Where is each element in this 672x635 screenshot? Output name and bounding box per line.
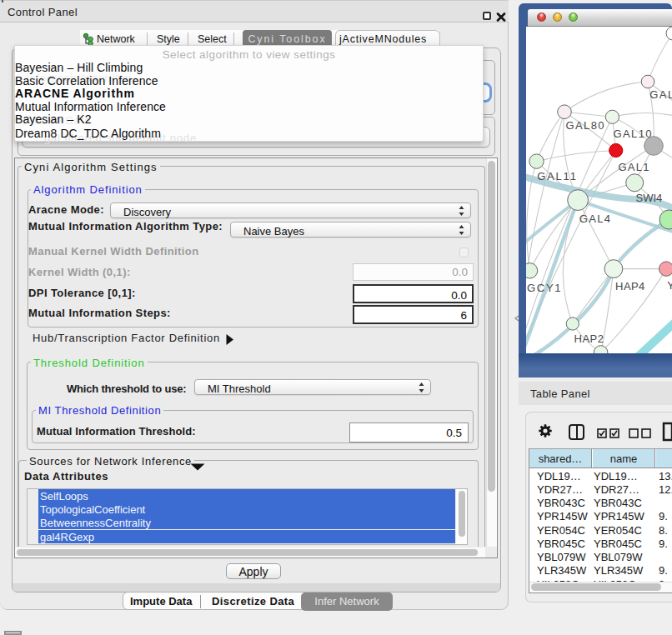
svg-text:YJL: YJL xyxy=(667,279,672,292)
svg-text:HAP2: HAP2 xyxy=(574,332,604,345)
svg-text:GAL11: GAL11 xyxy=(537,170,578,182)
svg-text:GCY1: GCY1 xyxy=(527,282,562,294)
svg-text:GAL1: GAL1 xyxy=(618,161,649,173)
svg-text:SWI4: SWI4 xyxy=(636,192,663,204)
svg-text:GAL4: GAL4 xyxy=(579,212,611,225)
svg-text:GAL7: GAL7 xyxy=(649,88,672,101)
svg-text:GAL10: GAL10 xyxy=(614,128,653,140)
svg-text:HAP4: HAP4 xyxy=(615,280,645,292)
svg-text:GAL80: GAL80 xyxy=(566,119,605,132)
